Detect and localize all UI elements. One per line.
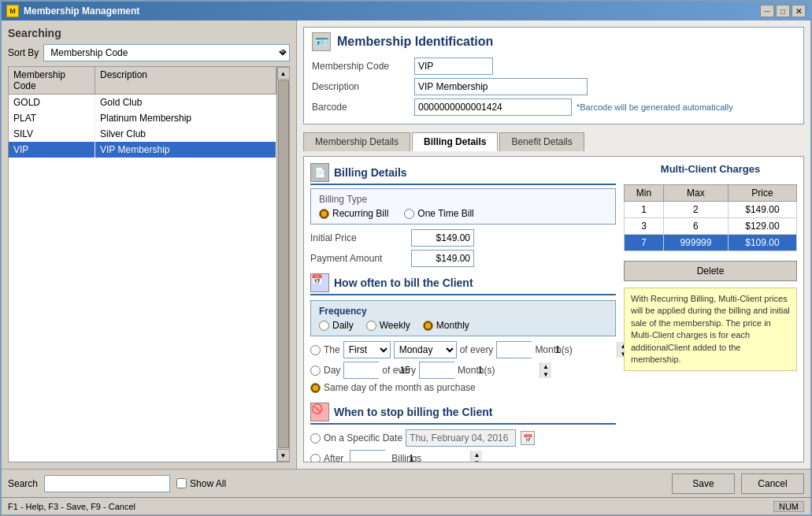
mc-max: 999999 <box>663 235 728 251</box>
desc-input[interactable] <box>414 78 588 95</box>
show-all-checkbox[interactable] <box>176 478 187 488</box>
when-stop-icon: 🚫 <box>310 403 329 421</box>
frequency-options: Daily Weekly Monthly <box>319 320 607 331</box>
delete-button[interactable]: Delete <box>624 261 797 281</box>
scroll-down-button[interactable]: ▼ <box>277 449 290 462</box>
specific-date-input[interactable] <box>406 429 516 447</box>
after-spinner[interactable]: ▲ ▼ <box>350 450 385 462</box>
tab-billing-details[interactable]: Billing Details <box>412 132 498 151</box>
maximize-button[interactable]: □ <box>776 5 790 17</box>
mc-row[interactable]: 3 6 $129.00 <box>625 218 797 235</box>
month-s-label: Month(s) <box>535 344 572 355</box>
initial-price-label: Initial Price <box>310 232 405 243</box>
window-title: Membership Management <box>24 6 755 17</box>
minimize-button[interactable]: ─ <box>760 5 774 17</box>
monthly-label: Monthly <box>436 320 469 331</box>
barcode-field-row: Barcode *Barcode will be generated autom… <box>312 98 795 116</box>
scroll-up-button[interactable]: ▲ <box>277 67 290 80</box>
sort-by-label: Sort By <box>8 47 39 58</box>
billing-type-label: Billing Type <box>319 194 607 205</box>
recurring-bill-option[interactable]: Recurring Bill <box>319 208 388 219</box>
mc-row-selected[interactable]: 7 999999 $109.00 <box>625 235 797 251</box>
list-item[interactable]: PLAT Platinum Membership <box>9 110 276 126</box>
show-all-label[interactable]: Show All <box>176 478 226 489</box>
list-item[interactable]: SILV Silver Club <box>9 126 276 142</box>
mc-price: $109.00 <box>728 235 796 251</box>
the-label: The <box>324 344 340 355</box>
identification-section: 🪪 Membership Identification Membership C… <box>303 27 804 124</box>
daily-option[interactable]: Daily <box>319 320 354 331</box>
how-often-section: 📅 How often to bill the Client Frequency… <box>310 273 616 396</box>
every-spinner[interactable]: ▲ ▼ <box>496 341 532 358</box>
close-button[interactable]: ✕ <box>792 5 806 17</box>
daily-radio[interactable] <box>319 321 329 331</box>
mc-min: 1 <box>625 202 664 218</box>
payment-amount-row: Payment Amount <box>310 250 616 267</box>
status-text: F1 - Help, F3 - Save, F9 - Cancel <box>8 502 135 511</box>
save-button[interactable]: Save <box>672 473 735 494</box>
mc-min: 3 <box>625 218 664 235</box>
list-cell-code: PLAT <box>9 110 95 126</box>
every2-spin-up[interactable]: ▲ <box>540 362 551 370</box>
frequency-box: Frequency Daily Weekly <box>310 300 616 336</box>
day-spinner[interactable]: ▲ ▼ <box>343 362 379 379</box>
code-input[interactable] <box>414 58 493 75</box>
id-title: Membership Identification <box>337 35 493 49</box>
desc-field-row: Description <box>312 78 795 95</box>
one-time-bill-option[interactable]: One Time Bill <box>404 208 473 219</box>
list-item[interactable]: GOLD Gold Club <box>9 95 276 110</box>
billing-section-header: 📄 Billing Details <box>310 163 616 185</box>
after-row: After ▲ ▼ Billings <box>310 450 616 462</box>
recurring-bill-radio[interactable] <box>319 209 329 219</box>
initial-price-input[interactable] <box>411 229 474 247</box>
mc-col-max: Max <box>663 185 728 202</box>
calendar-icon[interactable]: 📅 <box>521 431 535 445</box>
monthly-option[interactable]: Monthly <box>423 320 469 331</box>
month-s2-label: Month(s) <box>458 365 495 376</box>
after-spin-down[interactable]: ▼ <box>471 458 482 462</box>
mc-row[interactable]: 1 2 $149.00 <box>625 202 797 218</box>
first-select[interactable]: First Second Third Last <box>343 341 391 358</box>
scroll-thumb[interactable] <box>278 80 289 448</box>
sort-by-row: Sort By Membership Code <box>8 44 290 61</box>
how-often-icon: 📅 <box>310 273 329 292</box>
list-item-selected[interactable]: VIP VIP Membership <box>9 142 276 158</box>
cancel-button[interactable]: Cancel <box>741 473 804 494</box>
weekly-option[interactable]: Weekly <box>366 320 410 331</box>
after-radio[interactable] <box>310 454 321 463</box>
specific-date-radio[interactable] <box>310 433 321 444</box>
main-window: M Membership Management ─ □ ✕ Searching … <box>0 0 812 516</box>
barcode-label: Barcode <box>312 102 414 113</box>
same-day-radio[interactable] <box>310 383 321 393</box>
payment-amount-input[interactable] <box>411 250 474 267</box>
day-select[interactable]: Monday Tuesday Wednesday Thursday Friday… <box>394 341 457 358</box>
tab-membership-details[interactable]: Membership Details <box>303 132 410 151</box>
billing-type-options: Recurring Bill One Time Bill <box>319 208 607 219</box>
tab-benefit-details[interactable]: Benefit Details <box>499 132 584 151</box>
same-day-row: Same day of the month as purchase <box>310 382 616 393</box>
id-icon: 🪪 <box>312 32 331 51</box>
search-input[interactable] <box>44 475 170 492</box>
billing-right: Multi-Client Charges Min Max Price 1 <box>624 163 797 455</box>
price-fields: Initial Price Payment Amount <box>310 229 616 267</box>
monthly-radio[interactable] <box>423 321 433 331</box>
sort-by-select[interactable]: Membership Code <box>43 44 290 61</box>
every2-spinner[interactable]: ▲ ▼ <box>419 362 454 379</box>
after-spin-up[interactable]: ▲ <box>471 451 482 458</box>
col-code-header: Membership Code <box>9 67 95 94</box>
one-time-bill-label: One Time Bill <box>417 208 473 219</box>
search-label: Search <box>8 478 38 489</box>
membership-list: Membership Code Description GOLD Gold Cl… <box>8 66 290 462</box>
weekly-radio[interactable] <box>366 321 376 331</box>
barcode-input[interactable] <box>414 98 572 116</box>
right-panel: 🪪 Membership Identification Membership C… <box>297 20 810 469</box>
one-time-bill-radio[interactable] <box>404 209 414 219</box>
mc-max: 6 <box>663 218 728 235</box>
day-radio[interactable] <box>310 366 321 376</box>
title-bar: M Membership Management ─ □ ✕ <box>2 2 810 20</box>
schedule-day-row: Day ▲ ▼ of every <box>310 362 616 379</box>
the-radio[interactable] <box>310 345 321 355</box>
every2-spin-down[interactable]: ▼ <box>540 370 551 378</box>
mc-min: 7 <box>625 235 664 251</box>
list-cell-code: SILV <box>9 126 95 142</box>
